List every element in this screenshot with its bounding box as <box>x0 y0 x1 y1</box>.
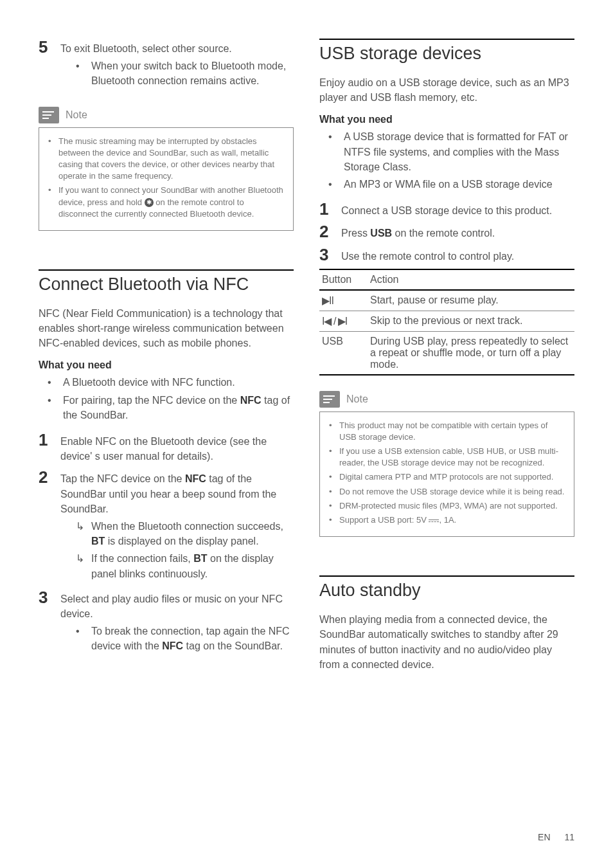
step-text: Use the remote control to control play. <box>341 246 574 264</box>
usb-steps: 1 Connect a USB storage device to this p… <box>319 201 574 264</box>
step-text: Enable NFC on the Bluetooth device (see … <box>60 431 294 464</box>
table-row: I◀ / ▶I Skip to the previous or next tra… <box>319 311 574 331</box>
step-text: Tap the NFC device on the NFC tag of the… <box>60 469 294 583</box>
step-number: 2 <box>39 469 51 583</box>
th-action: Action <box>368 269 574 290</box>
nfc-intro: NFC (Near Field Communication) is a tech… <box>39 306 294 351</box>
dc-icon <box>429 520 439 522</box>
usb-need-label: What you need <box>319 114 574 125</box>
nfc-step-1: 1 Enable NFC on the Bluetooth device (se… <box>39 431 294 464</box>
step-list: 5 To exit Bluetooth, select other source… <box>39 39 294 91</box>
note2-item: Do not remove the USB storage device whi… <box>329 486 565 498</box>
nfc-step-2: 2 Tap the NFC device on the NFC tag of t… <box>39 469 294 583</box>
step-number: 3 <box>319 246 332 264</box>
note2-item: DRM-protected music files (MP3, WMA) are… <box>329 500 565 512</box>
nfc-need-2: For pairing, tap the NFC device on the N… <box>48 393 294 422</box>
action-text: Start, pause or resume play. <box>368 290 574 311</box>
note1-item2: If you want to connect your SoundBar wit… <box>48 185 284 220</box>
th-button: Button <box>319 269 368 290</box>
bluetooth-icon: ✱ <box>145 198 154 207</box>
step-number: 5 <box>39 39 51 91</box>
step-text: To exit Bluetooth, select other source. … <box>60 39 294 91</box>
usb-step-1: 1 Connect a USB storage device to this p… <box>319 201 574 218</box>
page-content: 5 To exit Bluetooth, select other source… <box>0 0 613 700</box>
auto-text: When playing media from a connected devi… <box>319 612 574 672</box>
note-box-2: Note This product may not be compatible … <box>319 391 574 538</box>
usb-need-1: A USB storage device that is formatted f… <box>328 129 574 174</box>
step-5: 5 To exit Bluetooth, select other source… <box>39 39 294 91</box>
step5-text: To exit Bluetooth, select other source. <box>60 43 232 54</box>
step-text: Press USB on the remote control. <box>341 223 574 240</box>
table-row: ▶II Start, pause or resume play. <box>319 290 574 311</box>
note-body: The music streaming may be interrupted b… <box>39 127 294 231</box>
action-text: During USB play, press repeatedly to sel… <box>368 331 574 375</box>
nfc-need-label: What you need <box>39 359 294 371</box>
note2-item: If you use a USB extension cable, USB HU… <box>329 446 565 469</box>
auto-heading: Auto standby <box>319 575 574 601</box>
usb-need-2: An MP3 or WMA file on a USB storage devi… <box>328 177 574 192</box>
note-title: Note <box>346 393 368 405</box>
step-number: 2 <box>319 223 332 240</box>
step-number: 3 <box>39 589 51 656</box>
prev-next-icon: I◀ / ▶I <box>319 311 368 331</box>
play-pause-icon: ▶II <box>319 290 368 311</box>
note2-item: Support a USB port: 5V , 1A. <box>329 514 565 526</box>
usb-label: USB <box>319 331 368 375</box>
footer-lang: EN <box>538 832 550 842</box>
nfc-result-2: If the connection fails, BT on the displ… <box>76 551 294 581</box>
note-body: This product may not be compatible with … <box>319 411 574 538</box>
right-column: USB storage devices Enjoy audio on a USB… <box>319 39 574 681</box>
note-title: Note <box>66 109 87 121</box>
note2-item: This product may not be compatible with … <box>329 420 565 443</box>
usb-step-3: 3 Use the remote control to control play… <box>319 246 574 264</box>
table-row: USB During USB play, press repeatedly to… <box>319 331 574 375</box>
page-footer: EN 11 <box>538 832 574 842</box>
step-text: Select and play audio files or music on … <box>60 589 294 656</box>
step-number: 1 <box>39 431 51 464</box>
nfc-steps: 1 Enable NFC on the Bluetooth device (se… <box>39 431 294 656</box>
note-icon <box>39 107 59 123</box>
nfc-step-3: 3 Select and play audio files or music o… <box>39 589 294 656</box>
step-text: Connect a USB storage device to this pro… <box>341 201 574 218</box>
usb-heading: USB storage devices <box>319 39 574 64</box>
nfc-result-1: When the Bluetooth connection succeeds, … <box>76 519 294 548</box>
nfc-heading: Connect Bluetooth via NFC <box>39 269 294 294</box>
note2-item: Digital camera PTP and MTP protocols are… <box>329 471 565 483</box>
note1-item1: The music streaming may be interrupted b… <box>48 136 284 183</box>
step5-sub: When your switch back to Bluetooth mode,… <box>76 59 294 88</box>
action-text: Skip to the previous or next track. <box>368 311 574 331</box>
left-column: 5 To exit Bluetooth, select other source… <box>39 39 294 681</box>
nfc-step3-sub: To break the connection, tap again the N… <box>76 624 294 653</box>
note-box-1: Note The music streaming may be interrup… <box>39 107 294 231</box>
usb-step-2: 2 Press USB on the remote control. <box>319 223 574 240</box>
step-number: 1 <box>319 201 332 218</box>
note-icon <box>319 391 340 408</box>
footer-page: 11 <box>564 832 574 842</box>
button-table: Button Action ▶II Start, pause or resume… <box>319 269 574 375</box>
usb-intro: Enjoy audio on a USB storage device, suc… <box>319 75 574 105</box>
nfc-need-1: A Bluetooth device with NFC function. <box>48 375 294 390</box>
